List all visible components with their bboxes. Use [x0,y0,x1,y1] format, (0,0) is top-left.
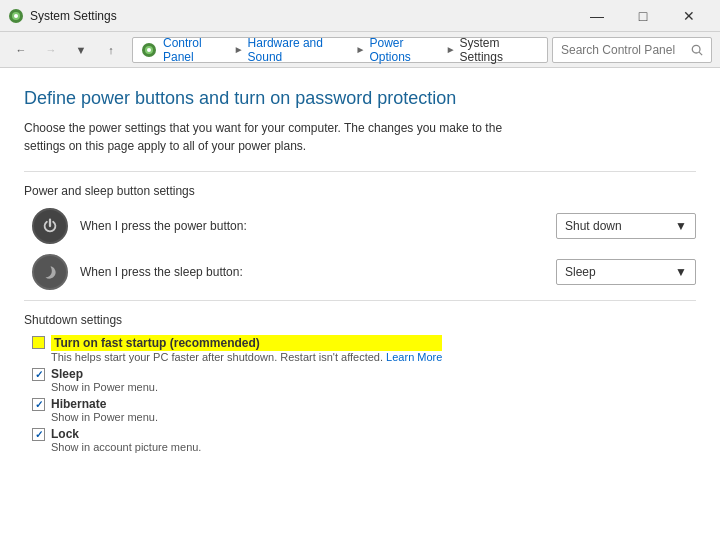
fast-startup-checkbox-wrap [32,336,45,349]
lock-main-label: Lock [51,427,201,441]
svg-point-2 [14,14,18,18]
hibernate-checkbox[interactable]: ✓ [32,398,45,411]
window-title: System Settings [30,9,117,23]
sleep-checkmark: ✓ [35,369,43,380]
lock-checkbox-row: ✓ Lock Show in account picture menu. [24,427,696,453]
page-title: Define power buttons and turn on passwor… [24,88,696,109]
lock-checkmark: ✓ [35,429,43,440]
search-icon [691,43,703,57]
sleep-button-chevron-icon: ▼ [675,265,687,279]
fast-startup-checkbox[interactable] [32,336,45,349]
hibernate-main-label: Hibernate [51,397,158,411]
power-button-label: When I press the power button: [80,219,556,233]
lock-checkbox-wrap: ✓ [32,428,45,441]
minimize-button[interactable]: — [574,0,620,32]
close-button[interactable]: ✕ [666,0,712,32]
power-button-value: Shut down [565,219,622,233]
breadcrumb-control-panel[interactable]: Control Panel [163,36,230,64]
main-content: Define power buttons and turn on passwor… [0,68,720,538]
svg-point-5 [147,48,151,52]
sleep-button-icon [32,254,68,290]
dropdown-button[interactable]: ▼ [68,37,94,63]
breadcrumb-sep-1: ► [234,44,244,55]
sleep-checkbox[interactable]: ✓ [32,368,45,381]
hibernate-checkbox-row: ✓ Hibernate Show in Power menu. [24,397,696,423]
svg-point-6 [692,45,700,53]
nav-bar: ← → ▼ ↑ Control Panel ► Hardware and Sou… [0,32,720,68]
hibernate-checkbox-wrap: ✓ [32,398,45,411]
breadcrumb: Control Panel ► Hardware and Sound ► Pow… [132,37,548,63]
power-button-row: When I press the power button: Shut down… [24,208,696,244]
fast-startup-label-block: Turn on fast startup (recommended) This … [51,335,442,363]
sleep-button-dropdown[interactable]: Sleep ▼ [556,259,696,285]
shutdown-section: Shutdown settings Turn on fast startup (… [24,313,696,453]
sleep-label-block: Sleep Show in Power menu. [51,367,158,393]
fast-startup-row: Turn on fast startup (recommended) This … [24,335,696,363]
sleep-checkbox-wrap: ✓ [32,368,45,381]
content-panel: Define power buttons and turn on passwor… [0,68,720,538]
hibernate-checkmark: ✓ [35,399,43,410]
sleep-button-value: Sleep [565,265,596,279]
sleep-symbol-icon [41,263,59,281]
shutdown-section-label: Shutdown settings [24,313,696,327]
window-controls: — □ ✕ [574,0,712,32]
power-button-icon [32,208,68,244]
sleep-button-label: When I press the sleep button: [80,265,556,279]
power-symbol-icon [41,217,59,235]
fast-startup-label: Turn on fast startup (recommended) [54,336,260,350]
sleep-checkbox-row: ✓ Sleep Show in Power menu. [24,367,696,393]
power-button-chevron-icon: ▼ [675,219,687,233]
sleep-button-row: When I press the sleep button: Sleep ▼ [24,254,696,290]
control-panel-icon [141,42,157,58]
section-divider-1 [24,171,696,172]
lock-checkbox[interactable]: ✓ [32,428,45,441]
sleep-main-label: Sleep [51,367,158,381]
up-button[interactable]: ↑ [98,37,124,63]
lock-sub-label: Show in account picture menu. [51,441,201,453]
lock-label-block: Lock Show in account picture menu. [51,427,201,453]
maximize-button[interactable]: □ [620,0,666,32]
search-input[interactable] [561,43,691,57]
app-icon [8,8,24,24]
back-button[interactable]: ← [8,37,34,63]
section-divider-2 [24,300,696,301]
breadcrumb-power-options[interactable]: Power Options [369,36,441,64]
power-sleep-section-label: Power and sleep button settings [24,184,696,198]
breadcrumb-hardware-sound[interactable]: Hardware and Sound [248,36,352,64]
svg-line-7 [699,52,702,55]
sleep-sub-label: Show in Power menu. [51,381,158,393]
breadcrumb-current: System Settings [460,36,539,64]
breadcrumb-sep-3: ► [446,44,456,55]
title-bar: System Settings — □ ✕ [0,0,720,32]
fast-startup-learn-more[interactable]: Learn More [386,351,442,363]
search-box[interactable] [552,37,712,63]
hibernate-label-block: Hibernate Show in Power menu. [51,397,158,423]
fast-startup-description: This helps start your PC faster after sh… [51,351,442,363]
breadcrumb-sep-2: ► [356,44,366,55]
page-description: Choose the power settings that you want … [24,119,504,155]
hibernate-sub-label: Show in Power menu. [51,411,158,423]
power-button-dropdown[interactable]: Shut down ▼ [556,213,696,239]
forward-button[interactable]: → [38,37,64,63]
